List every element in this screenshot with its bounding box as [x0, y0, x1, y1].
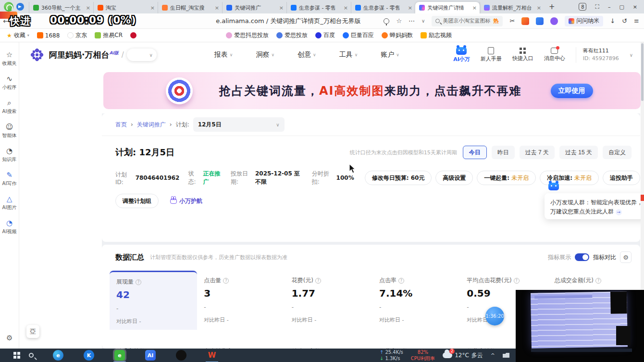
- tab-360nav[interactable]: 360导航_一个主×: [29, 2, 93, 13]
- ask-nami-button[interactable]: 问问纳米: [565, 16, 603, 26]
- edit-budget-button[interactable]: 修改每日预算: 60元: [365, 171, 432, 185]
- tab-close-icon[interactable]: ×: [215, 5, 219, 11]
- taskbar-ai-app-icon[interactable]: AI: [145, 350, 156, 361]
- close-window-button[interactable]: ×: [633, 4, 637, 10]
- metric-card-spend[interactable]: 花费(元)? 1.77 - 对比昨日 -: [285, 271, 372, 330]
- metric-card-clicks[interactable]: 点击量? 3 - 对比昨日 -: [197, 271, 285, 330]
- help-icon[interactable]: ?: [398, 278, 404, 284]
- metric-settings-gear[interactable]: ⚙: [620, 251, 632, 263]
- bookmark-1688[interactable]: 1688: [37, 32, 60, 39]
- filter-yesterday[interactable]: 昨日: [492, 146, 515, 159]
- site-info-icon[interactable]: [384, 18, 389, 24]
- taskbar-edge-icon[interactable]: e: [53, 350, 63, 361]
- start-button[interactable]: [13, 352, 20, 359]
- translate-float-button[interactable]: 亞: [26, 325, 39, 338]
- help-icon[interactable]: ?: [223, 278, 229, 284]
- rail-item-ai-writing[interactable]: ✎AI写作: [2, 171, 17, 187]
- bookmark-chanmama[interactable]: 蝉妈妈数: [382, 31, 413, 39]
- chase-invest-button[interactable]: 追投助手: [603, 171, 640, 185]
- tab-traffic-analysis[interactable]: 流量解析_万相台×: [480, 2, 544, 13]
- nav-tools[interactable]: 工具∨: [339, 50, 358, 59]
- browser-sync-icon[interactable]: [16, 3, 24, 11]
- filter-custom[interactable]: 自定义: [603, 146, 632, 159]
- rail-item-favorites[interactable]: ☆收藏夹: [2, 51, 17, 67]
- banner-cta-button[interactable]: 立即使用: [551, 84, 593, 98]
- nav-account[interactable]: 账户∨: [381, 50, 399, 59]
- taskbar-k-app-icon[interactable]: K: [84, 350, 94, 361]
- alimama-logo-icon[interactable]: [29, 47, 45, 63]
- bookmark-tuiyi[interactable]: 推易CR: [95, 31, 123, 39]
- url-dropdown-icon[interactable]: ∨: [421, 18, 425, 24]
- rail-item-knowledge[interactable]: ◔知识库: [2, 147, 17, 163]
- tab-sycm-1[interactable]: 生意参谋 - 零售×: [286, 2, 351, 13]
- metric-card-cvr[interactable]: 点击转化率? 0.00% - 对比昨日 -: [197, 341, 285, 349]
- filter-today[interactable]: 今日: [463, 146, 487, 159]
- maximize-button[interactable]: ▢: [619, 4, 624, 10]
- filter-7days[interactable]: 过去 7 天: [520, 146, 555, 159]
- metric-card-carts[interactable]: 总购物车数? 0 - 对比昨日 -: [285, 341, 372, 349]
- tab-keyword-detail-active[interactable]: 关键词推广详情×: [415, 2, 480, 13]
- metric-card-ctr[interactable]: 点击率? 7.14% - 对比昨日 -: [372, 271, 460, 330]
- nav-insight[interactable]: 洞察∨: [256, 50, 274, 59]
- account-chevron-icon[interactable]: ∨: [630, 52, 633, 58]
- more-actions-icon[interactable]: ⋯: [409, 17, 415, 25]
- nav-reports[interactable]: 报表∨: [214, 50, 233, 59]
- one-key-boost-button[interactable]: 一键起量:未开启: [477, 171, 536, 185]
- ai-xiaowan-button[interactable]: AI小万: [453, 47, 470, 63]
- filter-15days[interactable]: 过去 15 天: [559, 146, 598, 159]
- browser-menu-icon[interactable]: ≡: [634, 17, 639, 25]
- undo-icon[interactable]: ↺: [622, 17, 627, 25]
- promo-banner[interactable]: 抢占关键词流量，AI高效制图来助力，点击飙升不再难 立即使用: [103, 72, 641, 109]
- rail-item-agent[interactable]: ☺智能体: [2, 123, 17, 139]
- new-tab-button[interactable]: +: [549, 2, 555, 11]
- quick-entry-button[interactable]: 快捷入口: [512, 48, 533, 62]
- bookmark-u-icon[interactable]: [130, 32, 136, 38]
- help-icon[interactable]: ?: [595, 278, 601, 284]
- metric-card-orders[interactable]: 总成交笔数? 0 - 对比昨日 -: [110, 341, 197, 349]
- address-url[interactable]: e.alimama.com / 关键词推广详情页_万相台无界版: [216, 17, 361, 25]
- bookmark-juliang[interactable]: 巨量百应: [343, 31, 374, 39]
- tab-birthday-hat[interactable]: 生日帽_淘宝搜×: [158, 2, 222, 13]
- advanced-settings-button[interactable]: 高级设置: [435, 171, 473, 185]
- tab-close-icon[interactable]: ×: [150, 5, 155, 11]
- tooltip-arrow-icon[interactable]: →: [616, 209, 622, 215]
- metric-card-impressions[interactable]: 展现量? 42 - 对比昨日 -: [110, 271, 197, 330]
- tab-close-icon[interactable]: ×: [472, 5, 477, 11]
- taskbar-search-icon[interactable]: [29, 353, 34, 358]
- rail-item-ai-video[interactable]: ◔AI视频: [2, 219, 17, 235]
- tab-close-icon[interactable]: ×: [537, 5, 541, 11]
- taskbar-wps-icon[interactable]: W: [207, 350, 217, 361]
- taskbar-360browser-icon[interactable]: e: [114, 350, 125, 361]
- plan-select[interactable]: 12月5日 ∨: [193, 117, 285, 132]
- product-switcher-select[interactable]: ∨: [127, 49, 157, 61]
- rail-item-ai-search[interactable]: ⌕AI搜索: [2, 99, 17, 115]
- bookmark-aisi-toufang-1[interactable]: 爱思抖思投放: [226, 31, 269, 39]
- tab-close-icon[interactable]: ×: [86, 5, 90, 11]
- toolbar-search-input[interactable]: 美团京小淘宝蓝图标 热: [432, 16, 503, 26]
- bookmark-lizhi-video[interactable]: 励志视频: [421, 31, 452, 39]
- nav-creative[interactable]: 创意∨: [297, 50, 316, 59]
- media-tool-icon[interactable]: [536, 17, 544, 25]
- rail-item-miniapp[interactable]: ∿小程序: [2, 75, 17, 91]
- tray-folder-icon[interactable]: [503, 353, 509, 358]
- rail-item-ai-image[interactable]: △AI图片: [2, 195, 17, 211]
- xiaowan-guard-button[interactable]: 小万护航: [170, 194, 202, 208]
- game-center-icon[interactable]: [521, 17, 529, 25]
- breadcrumb-home[interactable]: 首页: [115, 121, 127, 129]
- help-icon[interactable]: ?: [315, 278, 321, 284]
- bookmark-star-icon[interactable]: ☆: [396, 17, 402, 25]
- adjust-plan-group-button[interactable]: 调整计划组: [115, 194, 159, 208]
- tab-sycm-2[interactable]: 生意参谋 - 零售×: [351, 2, 415, 13]
- tray-expand-icon[interactable]: ^: [491, 352, 495, 359]
- scrollbar-thumb[interactable]: [641, 43, 644, 101]
- tab-close-icon[interactable]: ×: [279, 5, 284, 11]
- message-center-button[interactable]: 消息中心: [544, 48, 565, 62]
- account-info[interactable]: 蒋有红111 ID: 45927896: [576, 47, 619, 63]
- bookmark-jd[interactable]: 京东: [67, 31, 87, 39]
- help-icon[interactable]: ?: [136, 279, 141, 285]
- rail-settings-gear-icon[interactable]: ⚙: [6, 334, 12, 342]
- bookmark-favorites[interactable]: ★ 收藏 ▾: [7, 31, 29, 39]
- help-icon[interactable]: ?: [514, 278, 520, 284]
- bookmark-baidu[interactable]: 百度: [315, 31, 335, 39]
- bookmark-aisi-toufang-2[interactable]: 爱思投放: [276, 31, 308, 39]
